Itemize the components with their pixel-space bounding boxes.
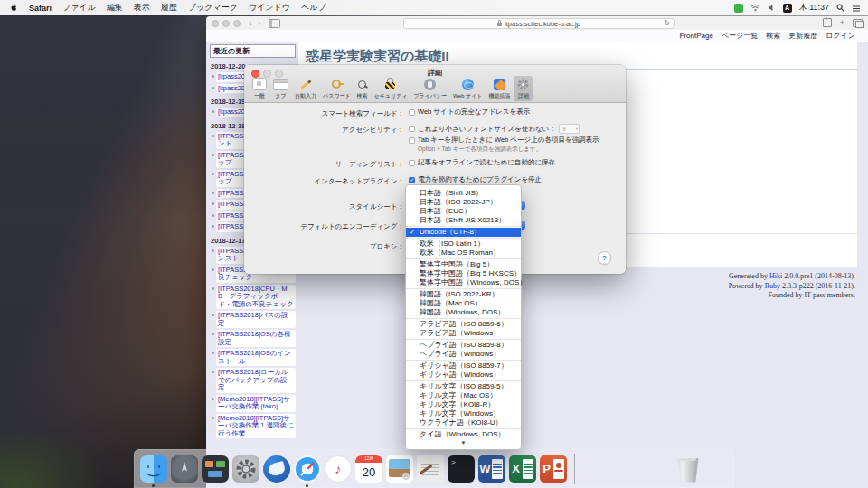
nav-page-list[interactable]: ページ一覧 (722, 31, 758, 41)
list-item[interactable]: [ITPASS2018]OSのインストール (212, 349, 296, 366)
dock-calendar[interactable]: 12月20 (355, 455, 382, 483)
wifi-icon[interactable] (750, 4, 760, 12)
tab-general[interactable]: 一般 (250, 76, 269, 101)
notification-center-icon[interactable] (852, 5, 861, 12)
menu-item[interactable]: ギリシャ語（Windows） (406, 371, 521, 380)
menu-item[interactable]: 欧米（Mac OS Roman） (406, 249, 521, 258)
menu-window[interactable]: ウインドウ (249, 2, 290, 14)
wiki-link[interactable]: [Memo2018][ITPASS]サーバ交換作業 1 週間後に行う作業 (216, 414, 296, 439)
reload-icon[interactable]: ↻ (664, 19, 670, 27)
menu-item[interactable]: ギリシャ語（ISO 8859-7） (406, 361, 521, 371)
wiki-link[interactable]: [ITPASS2018]CPU・MB・グラフィックボード・電源の不良チェック (216, 285, 296, 310)
menu-history[interactable]: 履歴 (161, 2, 177, 14)
menu-item[interactable]: 欧米（ISO Latin 1） (406, 239, 521, 249)
tab-search[interactable]: 検索 (354, 76, 371, 101)
dock-preview[interactable] (386, 455, 413, 483)
font-size-select[interactable]: 9▾ (559, 124, 580, 134)
address-bar[interactable]: itpass.scitec.kobe-u.ac.jp ↻ (403, 18, 675, 29)
input-source-icon[interactable]: A (783, 4, 792, 13)
list-item[interactable]: [Memo2018][ITPASS]サーバ交換作業 1 週間後に行う作業 (212, 414, 296, 439)
wiki-link[interactable]: [ITPASS2018]OSの各種設定 (216, 330, 296, 347)
menu-edit[interactable]: 編集 (107, 2, 123, 14)
menu-item[interactable]: 日本語（ISO 2022-JP） (406, 198, 521, 207)
dock-system-preferences[interactable] (232, 455, 259, 483)
apple-icon[interactable] (9, 3, 18, 13)
dock-textedit[interactable] (417, 455, 444, 483)
menu-safari[interactable]: Safari (29, 4, 52, 13)
close-button[interactable] (212, 20, 219, 27)
help-button[interactable]: ? (598, 251, 611, 265)
dock-folder-applications[interactable]: A (582, 455, 609, 483)
list-item[interactable]: [ITPASS2018]CPU・MB・グラフィックボード・電源の不良チェック (212, 285, 296, 310)
dock-mission-control[interactable] (202, 455, 229, 483)
tab-tabs[interactable]: タブ (270, 76, 291, 101)
tab-privacy[interactable]: プライバシー (410, 76, 449, 101)
menu-bar-clock[interactable]: 木 11:37 (799, 2, 829, 14)
dock-thunderbird[interactable] (263, 455, 290, 483)
menu-item[interactable]: ヘブライ語（ISO 8859-8） (406, 341, 521, 350)
menu-item[interactable]: キリル文字（KOI8-R） (406, 400, 521, 409)
list-item[interactable]: [Memo2018][ITPASS]サーバ交換作業 (tako) (212, 395, 296, 412)
wiki-link[interactable]: [ITPASS2018]バスの設定 (216, 311, 296, 328)
checkbox-power-save[interactable] (409, 177, 415, 183)
menu-item[interactable]: 繁体字中国語（Big 5 HKSCS） (406, 269, 521, 278)
ruby-link[interactable]: Ruby (765, 282, 780, 290)
menu-item[interactable]: 韓国語（Windows, DOS） (406, 308, 521, 317)
menu-item[interactable]: 日本語（Shift JIS） (406, 189, 521, 198)
menu-item[interactable]: 繁体字中国語（Windows, DOS） (406, 278, 521, 287)
tab-extensions[interactable]: 機能拡張 (486, 76, 513, 101)
list-item[interactable]: [ITPASS2018]ローカルでのバックアップの設定 (212, 368, 296, 393)
dock-powerpoint[interactable]: P (540, 455, 567, 483)
menu-item-selected[interactable]: ✓Unicode（UTF-8） (406, 228, 521, 237)
tab-websites[interactable]: Web サイト (450, 76, 485, 101)
dock-terminal[interactable]: >_ (448, 455, 475, 483)
new-tab-button[interactable]: + (840, 19, 844, 27)
wiki-link[interactable]: [ITPASS2018]OSのインストール (216, 349, 296, 366)
menu-item[interactable]: 日本語（EUC） (406, 207, 521, 216)
tab-security[interactable]: セキュリティ (372, 76, 410, 101)
tab-passwords[interactable]: パスワード (320, 76, 354, 101)
back-button[interactable]: ‹ (249, 19, 251, 28)
spotlight-icon[interactable] (836, 4, 844, 12)
scroll-down-arrow[interactable]: ▼ (406, 439, 521, 447)
menu-bookmarks[interactable]: ブックマーク (188, 2, 238, 14)
list-item[interactable]: [ITPASS2018]バスの設定 (212, 311, 296, 328)
zoom-button[interactable] (233, 20, 241, 27)
menu-file[interactable]: ファイル (62, 2, 96, 14)
tab-overview-icon[interactable] (853, 19, 863, 27)
menu-item[interactable]: ウクライナ語（KOI8-U） (406, 418, 521, 427)
dock-launchpad[interactable] (171, 455, 198, 483)
dock-folder-documents[interactable]: ▤ (613, 455, 640, 483)
dock-itunes[interactable]: ♪ (325, 455, 352, 483)
menu-item[interactable]: 韓国語（ISO 2022-KR） (406, 290, 521, 299)
checkbox-offline-save[interactable] (409, 160, 415, 166)
menu-help[interactable]: ヘルプ (301, 2, 326, 14)
dock-safari[interactable] (294, 455, 321, 483)
minimize-button[interactable] (222, 20, 230, 27)
menu-item[interactable]: キリル文字（ISO 8859-5） (406, 382, 521, 391)
forward-button[interactable]: › (258, 19, 260, 28)
checkbox-full-address[interactable] (409, 109, 415, 116)
nav-frontpage[interactable]: FrontPage (680, 32, 713, 40)
sidebar-toggle-icon[interactable] (269, 19, 280, 28)
dock-excel[interactable]: X (509, 455, 536, 483)
status-app-icon[interactable] (734, 4, 743, 13)
menu-item[interactable]: アラビア語（Windows） (406, 329, 521, 338)
nav-history[interactable]: 更新履歴 (788, 31, 817, 41)
menu-item[interactable]: アラビア語（ISO 8859-6） (406, 320, 521, 329)
menu-item[interactable]: 日本語（Shift JIS X0213） (406, 216, 521, 225)
menu-item[interactable]: 韓国語（Mac OS） (406, 299, 521, 308)
window-controls[interactable] (206, 20, 241, 27)
menu-item[interactable]: キリル文字（Windows） (406, 409, 521, 418)
wiki-link[interactable]: [Memo2018][ITPASS]サーバ交換作業 (tako) (216, 395, 296, 412)
nav-login[interactable]: ログイン (826, 31, 855, 41)
share-icon[interactable] (823, 18, 832, 27)
nav-search[interactable]: 検索 (766, 31, 780, 41)
dock-word[interactable]: W (478, 455, 505, 483)
tab-autofill[interactable]: 自動入力 (292, 76, 319, 101)
list-item[interactable]: [ITPASS2018]OSの各種設定 (212, 330, 296, 347)
menu-view[interactable]: 表示 (134, 2, 150, 14)
volume-icon[interactable] (768, 4, 776, 12)
hiki-link[interactable]: Hiki (769, 272, 782, 280)
tab-advanced[interactable]: 詳細 (514, 76, 533, 101)
